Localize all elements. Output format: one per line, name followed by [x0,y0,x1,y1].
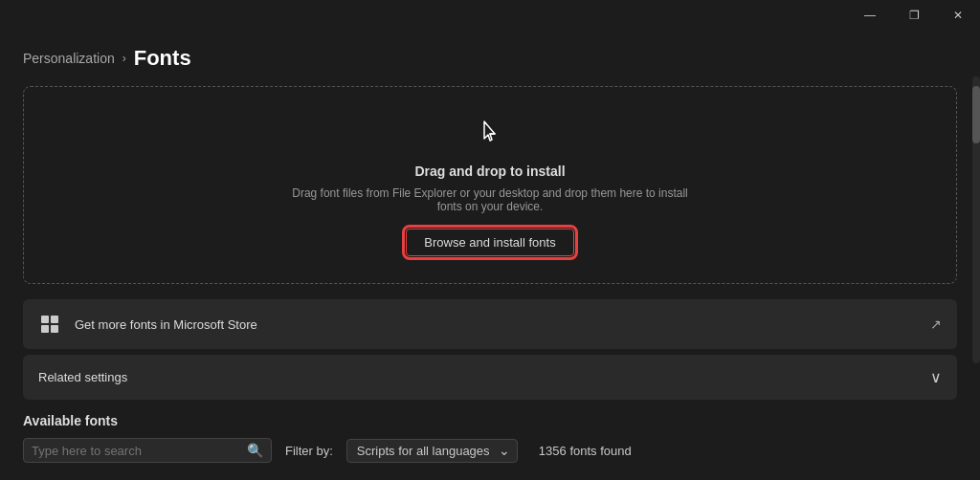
chevron-down-icon: ∨ [930,368,942,386]
microsoft-store-label: Get more fonts in Microsoft Store [75,317,930,332]
close-button[interactable]: ✕ [936,0,980,31]
fonts-toolbar: 🔍 Filter by: Scripts for all languages L… [23,438,957,463]
filter-select[interactable]: Scripts for all languages Latin Arabic C… [346,439,518,463]
maximize-button[interactable]: ❐ [892,0,936,31]
external-link-icon: ↗ [930,316,942,332]
minimize-button[interactable]: — [848,0,892,31]
drop-zone[interactable]: Drag and drop to install Drag font files… [23,86,957,284]
drop-zone-title: Drag and drop to install [414,164,565,179]
drop-zone-subtitle: Drag font files from File Explorer or yo… [289,186,691,213]
search-box[interactable]: 🔍 [23,438,272,463]
available-fonts-title: Available fonts [23,413,957,428]
filter-label: Filter by: [285,444,333,458]
scrollbar-thumb[interactable] [972,86,980,143]
breadcrumb: Personalization › Fonts [23,31,957,86]
scrollbar-track[interactable] [972,76,980,363]
related-settings-item[interactable]: Related settings ∨ [23,355,957,400]
breadcrumb-chevron-icon: › [122,52,126,65]
related-settings-label: Related settings [38,370,930,384]
fonts-count: 1356 fonts found [539,444,632,458]
browse-install-button[interactable]: Browse and install fonts [406,229,573,256]
drag-drop-icon [471,114,509,156]
titlebar: — ❐ ✕ [0,0,980,31]
microsoft-store-item[interactable]: Get more fonts in Microsoft Store ↗ [23,299,957,349]
search-input[interactable] [32,444,243,458]
breadcrumb-current: Fonts [134,46,191,71]
microsoft-store-icon [38,313,61,336]
search-icon: 🔍 [247,443,263,458]
breadcrumb-parent[interactable]: Personalization [23,51,115,66]
filter-select-wrap[interactable]: Scripts for all languages Latin Arabic C… [346,439,518,463]
main-content: Personalization › Fonts Drag and drop to… [0,31,980,463]
available-fonts-section: Available fonts 🔍 Filter by: Scripts for… [23,413,957,463]
